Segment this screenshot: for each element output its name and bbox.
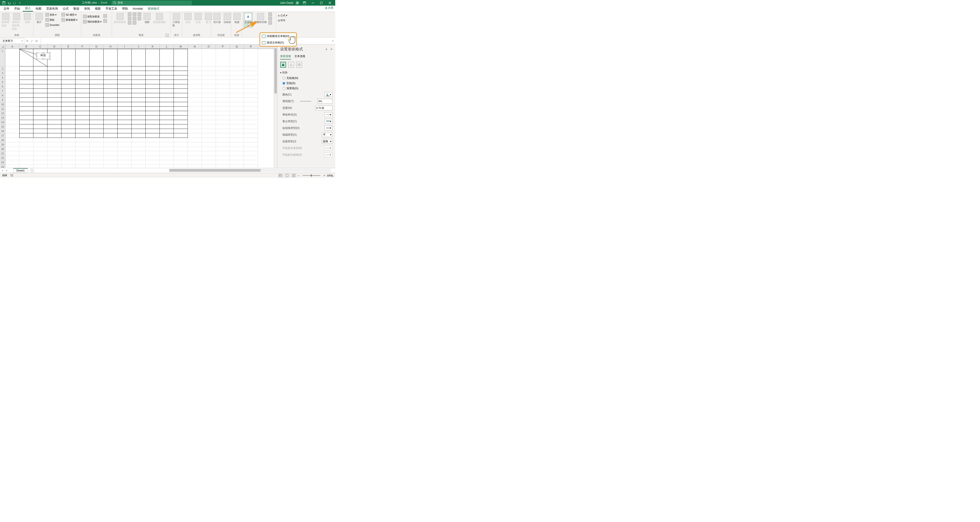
- wordart-icon[interactable]: [268, 13, 272, 16]
- col-K[interactable]: K: [146, 45, 160, 49]
- draw-vertical-textbox[interactable]: 竖排文本框(V): [260, 40, 296, 46]
- tab-draw[interactable]: 绘图: [33, 6, 44, 11]
- header-footer-button[interactable]: 页眉和页脚: [254, 13, 267, 24]
- people-graph-icon[interactable]: [103, 19, 107, 23]
- shape-options-tab[interactable]: 形状选项: [280, 54, 291, 59]
- zoom-slider[interactable]: [302, 175, 320, 176]
- 3d-models-button[interactable]: 3D 模型 ▾: [61, 13, 78, 17]
- minimize-icon[interactable]: [310, 0, 316, 6]
- tab-insert[interactable]: 插入: [23, 6, 33, 11]
- col-D[interactable]: D: [48, 45, 62, 49]
- col-R[interactable]: R: [244, 45, 258, 49]
- handle-br[interactable]: [49, 58, 51, 60]
- row-23[interactable]: 23: [0, 160, 5, 164]
- tab-acrobat[interactable]: Acrobat: [130, 6, 145, 11]
- panel-options-icon[interactable]: ▾: [326, 48, 327, 51]
- user-name[interactable]: John David: [280, 2, 293, 5]
- panel-close-icon[interactable]: ✕: [330, 48, 332, 51]
- chart-scatter-icon[interactable]: [138, 17, 141, 20]
- macro-record-icon[interactable]: [10, 174, 13, 177]
- timeline-button[interactable]: 日程表: [223, 13, 232, 24]
- sheet-nav-first-icon[interactable]: ◂: [2, 169, 3, 172]
- share-button[interactable]: 共享: [324, 6, 333, 10]
- vertical-scrollbar[interactable]: [274, 49, 277, 168]
- handle-tr[interactable]: [49, 52, 51, 54]
- row-15[interactable]: 15: [0, 125, 5, 129]
- object-icon[interactable]: [268, 21, 272, 24]
- col-J[interactable]: J: [132, 45, 146, 49]
- maximize-icon[interactable]: [318, 0, 325, 6]
- select-all-corner[interactable]: [0, 45, 5, 49]
- row-9[interactable]: 9: [0, 98, 5, 102]
- col-G[interactable]: G: [89, 45, 103, 49]
- row-22[interactable]: 22: [0, 156, 5, 160]
- tab-data[interactable]: 数据: [71, 6, 81, 11]
- col-O[interactable]: O: [202, 45, 216, 49]
- bing-icon[interactable]: [103, 14, 107, 18]
- signature-icon[interactable]: [268, 17, 272, 20]
- enter-formula-icon[interactable]: ✓: [31, 39, 33, 43]
- tab-layout[interactable]: 页面布局: [44, 6, 60, 11]
- row-16[interactable]: 16: [0, 129, 5, 133]
- pictures-button[interactable]: 图片: [35, 13, 44, 24]
- chart-area-icon[interactable]: [133, 17, 136, 20]
- handle-tl[interactable]: [36, 52, 37, 54]
- tab-developer[interactable]: 开发工具: [103, 6, 119, 11]
- tab-view[interactable]: 视图: [93, 6, 103, 11]
- screenshot-button[interactable]: 屏幕截图 ▾: [61, 18, 78, 22]
- smartart-button[interactable]: SmartArt: [45, 23, 60, 27]
- symbol-button[interactable]: Ω 符号: [277, 18, 288, 22]
- row-17[interactable]: 17: [0, 133, 5, 138]
- redo-icon[interactable]: [13, 1, 16, 5]
- row-5[interactable]: 5: [0, 80, 5, 84]
- compound-picker[interactable]: ▾: [325, 119, 332, 124]
- textbox-shape[interactable]: 科目: [37, 53, 50, 59]
- join-picker[interactable]: 圆角 ▾: [322, 139, 332, 144]
- normal-view-icon[interactable]: [278, 174, 283, 177]
- effects-icon[interactable]: [288, 62, 294, 67]
- size-props-icon[interactable]: [296, 62, 302, 67]
- my-addins-button[interactable]: 我的加载项 ▾: [83, 19, 102, 24]
- sheet-nav-last-icon[interactable]: ▸: [6, 169, 7, 172]
- row-headers[interactable]: 123456789101112131415161718192021222324: [0, 49, 5, 168]
- maps-button[interactable]: 地图: [143, 13, 151, 24]
- row-13[interactable]: 13: [0, 115, 5, 120]
- chart-bar-icon[interactable]: [128, 17, 131, 20]
- handle-mr[interactable]: [49, 55, 51, 57]
- col-I[interactable]: I: [118, 45, 132, 49]
- handle-bc[interactable]: [43, 58, 44, 60]
- sheet1-tab[interactable]: Sheet1: [13, 168, 28, 173]
- expand-formula-icon[interactable]: ▾: [331, 40, 335, 42]
- page-break-icon[interactable]: [291, 174, 296, 177]
- ribbon-display-icon[interactable]: [301, 0, 308, 6]
- row-7[interactable]: 7: [0, 89, 5, 93]
- gradient-line-radio[interactable]: 渐变线(G): [282, 86, 332, 90]
- row-10[interactable]: 10: [0, 102, 5, 107]
- chart-line-icon[interactable]: [133, 13, 136, 16]
- sketch-picker[interactable]: ▾: [325, 112, 332, 117]
- fill-line-icon[interactable]: [280, 62, 286, 67]
- row-8[interactable]: 8: [0, 93, 5, 98]
- row-3[interactable]: 3: [0, 71, 5, 75]
- row-20[interactable]: 20: [0, 147, 5, 151]
- tab-file[interactable]: 文件: [2, 6, 11, 11]
- row-2[interactable]: 2: [0, 67, 5, 71]
- col-H[interactable]: H: [103, 45, 118, 49]
- row-19[interactable]: 19: [0, 142, 5, 147]
- row-11[interactable]: 11: [0, 107, 5, 111]
- width-input[interactable]: [315, 105, 332, 110]
- row-4[interactable]: 4: [0, 75, 5, 80]
- cap-picker[interactable]: 平 ▾: [322, 132, 332, 137]
- link-button[interactable]: 链接: [232, 13, 242, 24]
- cancel-formula-icon[interactable]: ✕: [26, 39, 29, 43]
- chart-pie-icon[interactable]: [138, 13, 141, 16]
- add-sheet-button[interactable]: +: [30, 168, 34, 173]
- transparency-input[interactable]: [317, 99, 332, 104]
- handle-tc[interactable]: [43, 52, 44, 54]
- color-picker[interactable]: ▾: [325, 92, 332, 97]
- avatar[interactable]: JD: [296, 1, 299, 5]
- collapse-ribbon-icon[interactable]: [331, 175, 334, 178]
- dash-picker[interactable]: ▾: [325, 126, 332, 131]
- col-E[interactable]: E: [62, 45, 75, 49]
- cells-area[interactable]: 科目: [5, 49, 277, 168]
